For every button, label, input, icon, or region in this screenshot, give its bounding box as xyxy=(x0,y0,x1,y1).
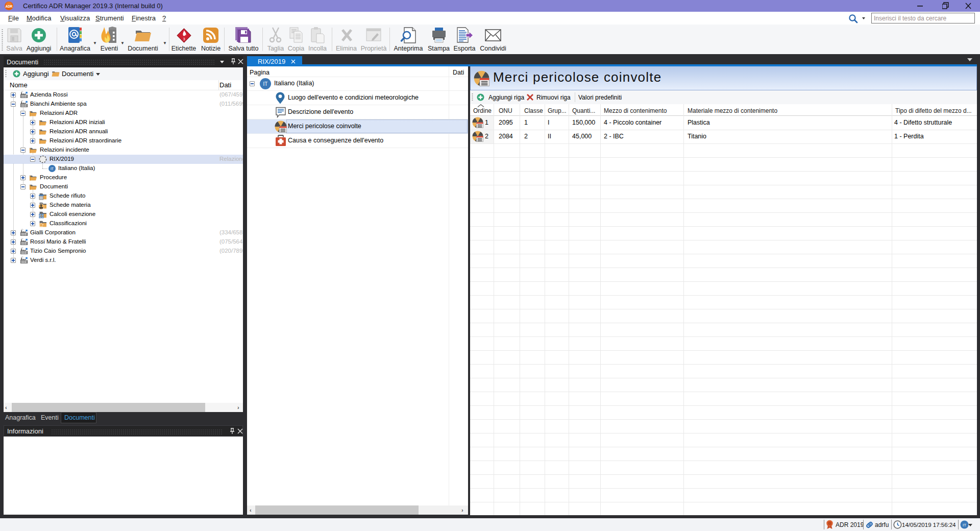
svg-text:IT: IT xyxy=(51,167,54,171)
svg-text:IT: IT xyxy=(263,81,268,87)
svg-text:3: 3 xyxy=(183,37,185,41)
svg-text:ADR: ADR xyxy=(5,5,12,8)
svg-text:IT: IT xyxy=(963,523,966,527)
